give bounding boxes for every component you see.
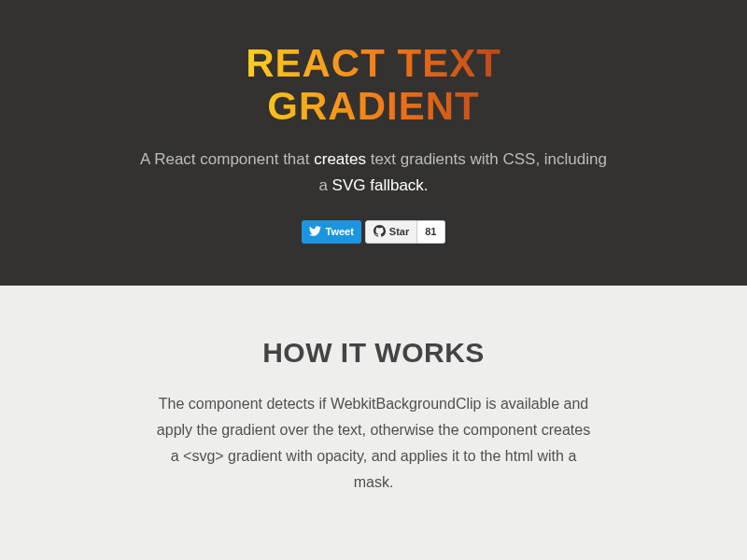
how-it-works-section: HOW IT WORKS The component detects if We… <box>0 286 747 560</box>
social-buttons: Tweet Star 81 <box>19 220 728 244</box>
star-count[interactable]: 81 <box>417 220 444 244</box>
github-star-group: Star 81 <box>365 220 445 244</box>
subtitle-highlight2: SVG fallback. <box>332 176 429 194</box>
how-title: HOW IT WORKS <box>19 337 728 369</box>
star-label: Star <box>389 226 409 237</box>
tweet-label: Tweet <box>325 226 353 237</box>
tweet-button[interactable]: Tweet <box>302 220 360 244</box>
hero-subtitle: A React component that creates text grad… <box>140 147 607 197</box>
github-icon <box>374 225 386 239</box>
star-button[interactable]: Star <box>365 220 417 244</box>
hero-section: REACT TEXT GRADIENT A React component th… <box>0 0 747 286</box>
hero-title-line1: REACT TEXT <box>246 41 501 85</box>
hero-title: REACT TEXT GRADIENT <box>246 42 501 128</box>
twitter-icon <box>309 225 321 239</box>
how-text: The component detects if WebkitBackgroun… <box>154 391 593 496</box>
subtitle-part1: A React component that <box>140 150 314 168</box>
hero-title-line2: GRADIENT <box>267 84 479 128</box>
subtitle-highlight1: creates <box>314 150 366 168</box>
